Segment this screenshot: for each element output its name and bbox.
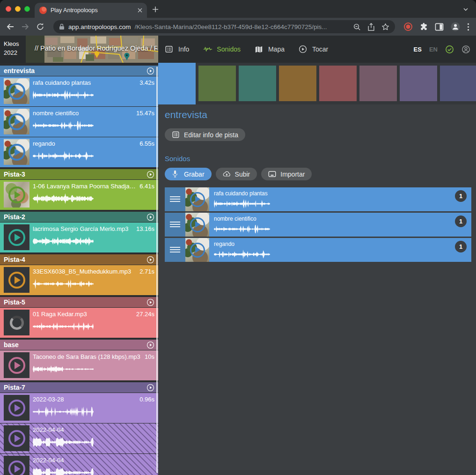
track-header[interactable]: Pista-7: [0, 382, 158, 393]
play-icon[interactable]: [8, 400, 25, 416]
waveform[interactable]: [33, 436, 94, 448]
track-color-swatch[interactable]: [359, 66, 397, 101]
track-play-icon[interactable]: [146, 384, 154, 392]
waveform[interactable]: [33, 193, 94, 205]
track-color-swatch[interactable]: [239, 66, 276, 101]
account-icon[interactable]: [461, 45, 470, 54]
sidebar-sound-row[interactable]: nombre cientifico 15.47s: [0, 107, 158, 137]
track-header[interactable]: Pista-2: [0, 212, 158, 222]
sidebar-sound-row[interactable]: 01 Raga Kedar.mp3 27.24s: [0, 308, 158, 338]
track-color-swatch[interactable]: [319, 66, 357, 101]
track-color-swatch[interactable]: [279, 66, 316, 101]
extensions-puzzle-icon[interactable]: [419, 22, 428, 31]
subir-button[interactable]: Subir: [216, 168, 257, 180]
play-icon[interactable]: [8, 272, 25, 289]
detail-sound-row[interactable]: rafa cuidando plantas 1: [165, 187, 471, 211]
profile-avatar-icon[interactable]: [450, 22, 461, 32]
sound-thumbnail[interactable]: [4, 182, 29, 208]
waveform[interactable]: [214, 223, 270, 235]
tab-sonidos[interactable]: Sonidos: [203, 45, 241, 53]
waveform[interactable]: [33, 119, 94, 132]
sound-thumbnail[interactable]: [185, 213, 209, 237]
detail-sound-row[interactable]: regando 1: [165, 238, 471, 262]
track-header[interactable]: Pista-3: [0, 169, 158, 179]
bookmark-star-icon[interactable]: [381, 23, 389, 31]
play-icon[interactable]: [8, 229, 25, 246]
play-icon[interactable]: [8, 460, 25, 475]
play-icon[interactable]: [190, 243, 205, 258]
play-icon[interactable]: [8, 357, 25, 374]
track-header[interactable]: Pista-5: [0, 297, 158, 307]
side-panel-icon[interactable]: [435, 23, 444, 31]
sound-thumbnail[interactable]: [4, 224, 29, 250]
tab-info[interactable]: Info: [165, 45, 189, 53]
play-icon[interactable]: [190, 192, 205, 207]
edit-track-info-button[interactable]: Editar info de pista: [165, 128, 245, 141]
sound-thumbnail[interactable]: [4, 267, 29, 293]
track-play-icon[interactable]: [146, 298, 154, 306]
back-button[interactable]: [5, 21, 16, 32]
close-tab-icon[interactable]: [138, 8, 142, 13]
sound-thumbnail[interactable]: [4, 310, 29, 335]
track-color-swatch[interactable]: [400, 66, 437, 101]
tab-tocar[interactable]: Tocar: [299, 45, 328, 53]
sidebar-sound-row[interactable]: 2022-04-04: [0, 454, 158, 475]
tab-mapa[interactable]: Mapa: [255, 45, 285, 53]
track-play-icon[interactable]: [146, 256, 154, 264]
record-extension-icon[interactable]: [403, 22, 413, 31]
sound-thumbnail[interactable]: [4, 139, 29, 165]
sidebar-sound-row[interactable]: regando 6.55s: [0, 137, 158, 167]
sound-thumbnail[interactable]: [4, 109, 29, 134]
share-icon[interactable]: [367, 23, 375, 31]
new-tab-button[interactable]: [152, 6, 159, 13]
play-icon[interactable]: [8, 113, 25, 130]
play-icon[interactable]: [8, 186, 25, 203]
sidebar-sound-row[interactable]: 2022-04-04: [0, 423, 158, 453]
zoom-out-icon[interactable]: [353, 23, 361, 31]
sidebar-sound-row[interactable]: Taconeo de Sara Baras (128 kbps).mp3 10s: [0, 350, 158, 380]
waveform[interactable]: [33, 235, 94, 247]
drag-handle[interactable]: [165, 238, 185, 262]
minimize-window-button[interactable]: [15, 6, 21, 12]
track-play-icon[interactable]: [146, 171, 154, 178]
waveform[interactable]: [214, 198, 270, 209]
track-play-icon[interactable]: [146, 341, 154, 349]
sound-thumbnail[interactable]: [185, 238, 209, 262]
address-bar[interactable]: app.antropoloops.com/Kleos-Santa-Marina/…: [53, 20, 395, 33]
waveform[interactable]: [33, 467, 94, 475]
sound-thumbnail[interactable]: [4, 78, 29, 104]
play-icon[interactable]: [8, 430, 25, 447]
importar-button[interactable]: Importar: [261, 168, 312, 180]
waveform[interactable]: [33, 363, 94, 375]
menu-kebab-icon[interactable]: [467, 23, 469, 31]
detail-sound-row[interactable]: nombre cientifico 1: [165, 213, 471, 237]
waveform[interactable]: [33, 150, 94, 162]
sound-thumbnail[interactable]: [4, 395, 29, 421]
play-icon[interactable]: [190, 217, 205, 232]
track-header[interactable]: Pista-4: [0, 254, 158, 265]
reload-button[interactable]: [35, 21, 46, 32]
sidebar-sound-row[interactable]: 1-06 Lavanya Rama Poorna Shadjam Rupak..…: [0, 180, 158, 210]
sidebar-sound-row[interactable]: rafa cuidando plantas 3.42s: [0, 76, 158, 106]
track-play-icon[interactable]: [146, 67, 154, 75]
track-header[interactable]: base: [0, 340, 158, 350]
grabar-button[interactable]: Grabar: [165, 168, 212, 180]
waveform[interactable]: [33, 406, 94, 418]
sidebar-sound-row[interactable]: lacrimosa Sergio García Merlo.mp3 13.16s: [0, 223, 158, 252]
drag-handle[interactable]: [165, 213, 185, 237]
tab-list-chevron-icon[interactable]: [462, 6, 469, 13]
waveform[interactable]: [33, 278, 94, 290]
waveform[interactable]: [214, 249, 270, 260]
sidebar-sound-row[interactable]: 2022-03-28 0.96s: [0, 393, 158, 423]
close-window-button[interactable]: [6, 6, 11, 12]
track-color-swatch[interactable]: [198, 66, 236, 101]
browser-tab[interactable]: Play Antropoloops: [35, 3, 147, 18]
sound-thumbnail[interactable]: [4, 352, 29, 378]
waveform[interactable]: [33, 89, 94, 101]
play-icon[interactable]: [8, 144, 25, 161]
sound-thumbnail[interactable]: [4, 456, 29, 475]
waveform[interactable]: [33, 320, 94, 333]
track-color-swatch[interactable]: [440, 66, 476, 101]
lang-en-button[interactable]: EN: [429, 46, 438, 53]
drag-handle[interactable]: [165, 187, 185, 211]
